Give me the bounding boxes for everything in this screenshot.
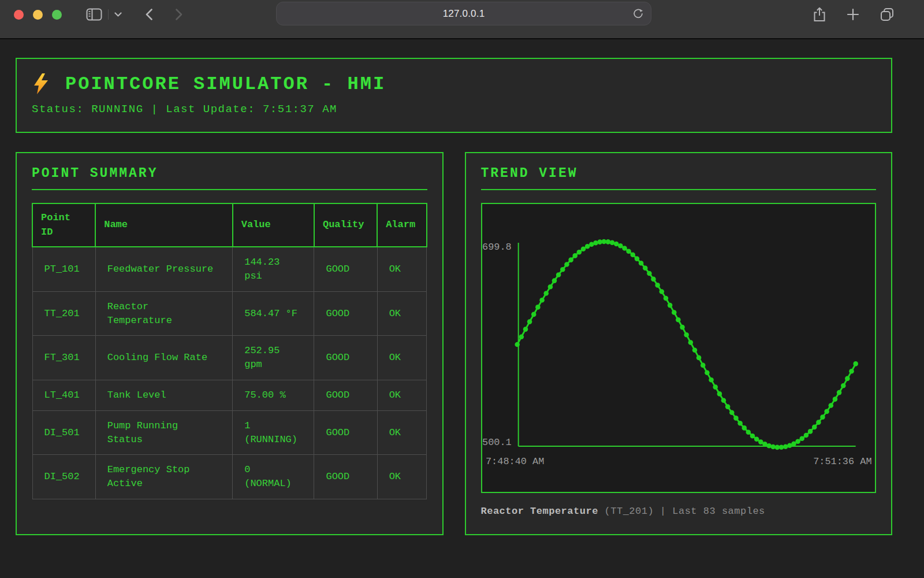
- data-point: [655, 283, 660, 288]
- close-window-button[interactable]: [14, 10, 24, 20]
- table-row: FT_301Cooling Flow Rate252.95 gpmGOODOK: [32, 336, 427, 380]
- cell-value: 144.23 psi: [233, 247, 314, 291]
- table-row: DI_501Pump Running Status1 (RUNNING)GOOD…: [32, 410, 427, 455]
- data-point: [700, 363, 705, 368]
- data-point: [539, 298, 545, 303]
- data-point: [527, 319, 532, 324]
- data-point: [667, 303, 672, 308]
- cell-name: Pump Running Status: [95, 410, 233, 455]
- data-point: [754, 437, 759, 442]
- data-point: [680, 325, 685, 330]
- cell-quality: GOOD: [314, 410, 377, 455]
- y-axis-min-label: 500.1: [482, 437, 512, 448]
- section-divider: [481, 189, 877, 190]
- data-point: [709, 377, 714, 383]
- data-point: [713, 384, 718, 390]
- cell-alarm: OK: [377, 410, 426, 455]
- sidebar-icon: [86, 8, 102, 21]
- data-point: [593, 240, 598, 246]
- data-point: [828, 403, 833, 408]
- zoom-window-button[interactable]: [52, 10, 62, 20]
- data-point: [737, 421, 743, 426]
- reload-button[interactable]: [633, 8, 644, 19]
- cell-name: Tank Level: [95, 380, 233, 411]
- data-point: [816, 420, 821, 425]
- hmi-page: POINTCORE SIMULATOR - HMI Status: RUNNIN…: [0, 39, 924, 535]
- data-point: [547, 284, 553, 290]
- data-point: [568, 257, 573, 262]
- trend-line: [517, 242, 855, 447]
- data-point: [552, 278, 557, 283]
- data-point: [580, 247, 586, 252]
- trend-caption-detail: (TT_201) | Last 83 samples: [598, 506, 765, 517]
- data-point: [725, 404, 730, 409]
- data-point: [622, 246, 627, 251]
- cell-quality: GOOD: [314, 291, 377, 336]
- data-point: [543, 291, 549, 296]
- forward-icon: [175, 8, 183, 21]
- table-row: TT_201Reactor Temperature584.47 °FGOODOK: [32, 291, 427, 336]
- data-point: [820, 414, 825, 420]
- lightning-bolt-icon: [32, 73, 50, 95]
- data-point: [659, 289, 664, 294]
- back-icon: [145, 8, 153, 21]
- data-point: [750, 433, 755, 439]
- minimize-window-button[interactable]: [33, 10, 43, 20]
- cell-value: 0 (NORMAL): [233, 455, 314, 499]
- data-point: [778, 445, 784, 450]
- forward-button[interactable]: [175, 8, 183, 21]
- data-point: [824, 409, 829, 414]
- cell-alarm: OK: [377, 291, 426, 336]
- data-point: [853, 361, 858, 366]
- data-point: [832, 397, 837, 402]
- data-point: [630, 252, 635, 257]
- x-axis-end-label: 7:51:36 AM: [813, 456, 871, 467]
- cell-alarm: OK: [377, 247, 426, 291]
- cell-quality: GOOD: [314, 336, 377, 380]
- table-row: LT_401Tank Level75.00 %GOODOK: [32, 380, 427, 411]
- data-point: [803, 433, 808, 438]
- cell-point-id: TT_201: [32, 291, 95, 336]
- url-text: 127.0.0.1: [443, 8, 485, 20]
- trend-caption-series: Reactor Temperature: [481, 506, 598, 517]
- address-bar[interactable]: 127.0.0.1: [276, 2, 651, 25]
- cell-point-id: DI_502: [32, 455, 95, 499]
- data-point: [663, 296, 668, 301]
- cell-quality: GOOD: [314, 455, 377, 499]
- trend-caption: Reactor Temperature (TT_201) | Last 83 s…: [481, 506, 877, 517]
- tabs-overview-button[interactable]: [880, 8, 894, 21]
- data-point: [717, 391, 722, 397]
- data-point: [783, 444, 788, 449]
- cell-value: 1 (RUNNING): [233, 410, 314, 455]
- new-tab-button[interactable]: [847, 8, 859, 21]
- data-point: [605, 239, 610, 244]
- data-point: [576, 250, 582, 255]
- cell-value: 252.95 gpm: [233, 336, 314, 380]
- section-divider: [32, 189, 427, 190]
- browser-toolbar: 127.0.0.1: [0, 0, 924, 38]
- column-header: Quality: [314, 203, 377, 247]
- data-point: [564, 262, 569, 267]
- data-point: [647, 271, 652, 276]
- sidebar-dropdown-button[interactable]: [114, 12, 122, 17]
- data-point: [836, 390, 841, 395]
- data-point: [572, 253, 578, 258]
- data-point: [651, 277, 656, 282]
- data-point: [696, 355, 701, 361]
- data-point: [849, 369, 854, 374]
- share-button[interactable]: [813, 7, 826, 22]
- cell-point-id: DI_501: [32, 410, 95, 455]
- column-header: Value: [233, 203, 314, 247]
- data-point: [705, 370, 710, 375]
- point-summary-table: Point IDNameValueQualityAlarm PT_101Feed…: [32, 203, 427, 499]
- back-button[interactable]: [145, 8, 153, 21]
- table-row: DI_502Emergency Stop Active0 (NORMAL)GOO…: [32, 455, 427, 499]
- trend-view-title: TREND VIEW: [481, 166, 877, 181]
- column-header: Point ID: [32, 203, 95, 247]
- cell-value: 584.47 °F: [233, 291, 314, 336]
- toolbar-divider: [108, 9, 109, 20]
- cell-alarm: OK: [377, 336, 426, 380]
- sidebar-toggle-button[interactable]: [86, 8, 102, 21]
- share-icon: [813, 7, 826, 22]
- reload-icon: [633, 8, 644, 19]
